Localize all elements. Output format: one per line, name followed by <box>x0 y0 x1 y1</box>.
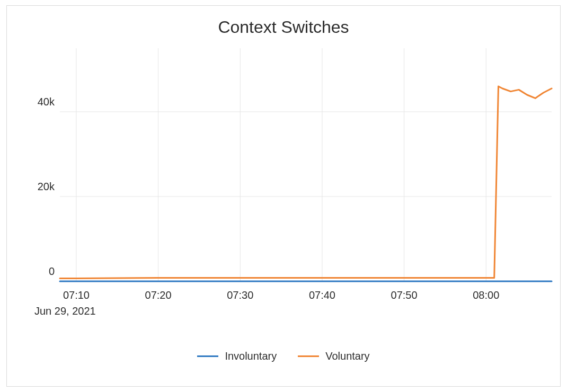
x-tick-4: 07:50 <box>391 289 418 301</box>
y-tick-40k: 40k <box>12 96 55 108</box>
plot-svg <box>60 48 552 281</box>
legend-swatch-involuntary <box>197 355 218 357</box>
y-tick-0: 0 <box>12 265 55 278</box>
x-tick-0: 07:10 <box>63 289 90 301</box>
legend: Involuntary Voluntary <box>7 350 560 362</box>
legend-item-involuntary[interactable]: Involuntary <box>197 350 277 362</box>
chart-title: Context Switches <box>7 17 560 37</box>
plot-area[interactable] <box>60 48 552 281</box>
x-tick-1: 07:20 <box>145 289 172 301</box>
x-date-label: Jun 29, 2021 <box>34 305 96 317</box>
gridlines <box>60 48 552 281</box>
legend-item-voluntary[interactable]: Voluntary <box>298 350 369 362</box>
y-tick-20k: 20k <box>12 181 55 193</box>
legend-label-involuntary: Involuntary <box>225 350 277 362</box>
legend-swatch-voluntary <box>298 355 319 357</box>
x-tick-2: 07:30 <box>227 289 253 301</box>
legend-label-voluntary: Voluntary <box>325 350 369 362</box>
series-voluntary <box>60 86 552 278</box>
chart-frame: Context Switches 0 20k 40k 07:10 07:20 0… <box>6 5 561 387</box>
x-tick-5: 08:00 <box>473 289 499 301</box>
x-tick-3: 07:40 <box>309 289 335 301</box>
